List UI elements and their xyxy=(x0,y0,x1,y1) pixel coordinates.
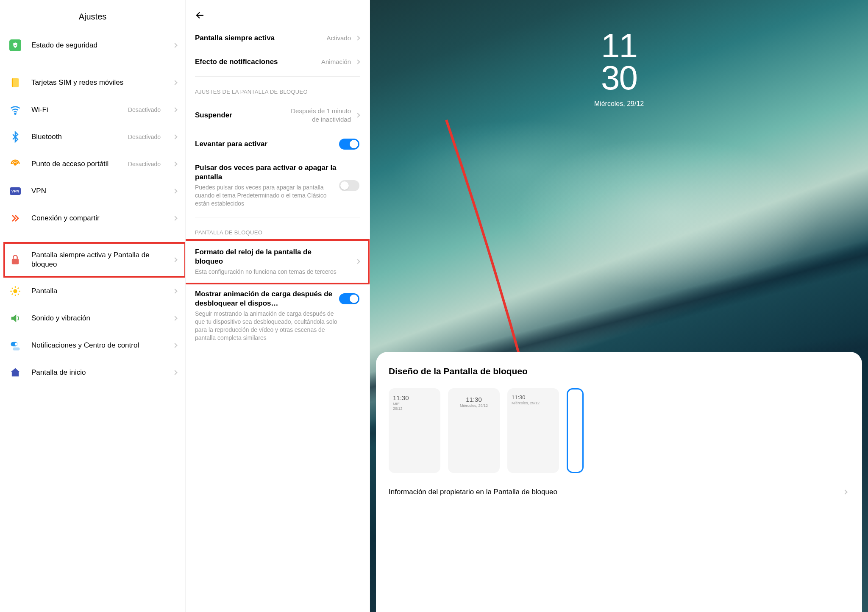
row-label: Punto de acceso portátil xyxy=(31,159,118,169)
chevron-right-icon xyxy=(172,189,177,193)
row-label: Estado de seguridad xyxy=(31,41,163,50)
row-bluetooth[interactable]: Bluetooth Desactivado xyxy=(0,123,185,150)
lockscreen-preview-panel: 11 30 Miércoles, 29/12 Diseño de la Pant… xyxy=(370,0,868,612)
clock-minutes: 30 xyxy=(370,62,868,94)
row-double-tap[interactable]: Pulsar dos veces para activar o apagar l… xyxy=(186,157,370,214)
row-notification-effect[interactable]: Efecto de notificaciones Animación xyxy=(186,50,370,74)
chevron-right-icon xyxy=(172,161,177,166)
layout-card-small[interactable]: 11:30 Miércoles, 29/12 xyxy=(507,388,559,473)
row-display[interactable]: Pantalla xyxy=(0,278,185,305)
speaker-icon xyxy=(9,312,21,324)
vpn-icon: VPN xyxy=(9,185,21,197)
divider xyxy=(195,217,360,217)
card-date: Miércoles, 29/12 xyxy=(512,401,555,405)
divider xyxy=(195,76,360,77)
row-hotspot[interactable]: Punto de acceso portátil Desactivado xyxy=(0,150,185,178)
sim-icon xyxy=(9,77,21,89)
row-status: Desactivado xyxy=(128,106,161,113)
chevron-right-icon xyxy=(172,343,177,348)
row-home-screen[interactable]: Pantalla de inicio xyxy=(0,359,185,386)
row-title: Mostrar animación de carga después de de… xyxy=(195,289,359,308)
row-label: Pantalla de inicio xyxy=(31,368,163,377)
section-header-lockscreen-settings: AJUSTES DE LA PANTALLA DE BLOQUEO xyxy=(186,79,370,99)
chevron-right-icon xyxy=(172,316,177,321)
row-clock-format[interactable]: Formato del reloj de la pantalla de bloq… xyxy=(186,240,370,284)
svg-line-13 xyxy=(18,288,19,289)
lockscreen-settings-panel: Pantalla siempre activa Activado Efecto … xyxy=(186,0,370,612)
chevron-right-icon xyxy=(172,289,177,294)
svg-point-5 xyxy=(13,289,17,293)
home-icon xyxy=(9,367,21,378)
card-date: 29/12 xyxy=(393,406,436,411)
row-label: Información del propietario en la Pantal… xyxy=(389,487,838,497)
chevron-right-icon xyxy=(172,107,177,112)
card-date: Miércoles, 29/12 xyxy=(452,403,495,408)
card-time: 11:30 xyxy=(452,396,495,403)
svg-line-12 xyxy=(12,294,13,295)
row-sim-networks[interactable]: Tarjetas SIM y redes móviles xyxy=(0,69,185,96)
chevron-right-icon xyxy=(172,216,177,220)
svg-point-2 xyxy=(15,113,16,114)
clock-date: Miércoles, 29/12 xyxy=(370,100,868,108)
row-label: Tarjetas SIM y redes móviles xyxy=(31,78,163,87)
row-label: Wi-Fi xyxy=(31,105,118,114)
row-vpn[interactable]: VPN VPN xyxy=(0,178,185,205)
toggle-raise-to-wake[interactable] xyxy=(339,139,359,150)
row-suspend[interactable]: Suspender Después de 1 minuto de inactiv… xyxy=(186,99,370,131)
row-value: Después de 1 minuto de inactividad xyxy=(283,107,351,123)
chevron-right-icon xyxy=(355,36,360,40)
back-button[interactable] xyxy=(186,0,370,26)
row-connection-share[interactable]: Conexión y compartir xyxy=(0,205,185,232)
layout-card-centered[interactable]: 11:30 Miércoles, 29/12 xyxy=(448,388,500,473)
chevron-right-icon xyxy=(172,257,177,262)
row-label: Levantar para activar xyxy=(195,140,334,148)
row-subtitle: Esta configuración no funciona con temas… xyxy=(195,268,359,276)
settings-root-panel: Ajustes Estado de seguridad Tarjetas SIM… xyxy=(0,0,186,612)
sun-icon xyxy=(9,285,21,297)
row-security-status[interactable]: Estado de seguridad xyxy=(0,32,185,59)
row-wifi[interactable]: Wi-Fi Desactivado xyxy=(0,96,185,123)
card-time: 11:30 xyxy=(393,394,436,401)
chevron-right-icon xyxy=(355,59,360,64)
row-notifications-control[interactable]: Notificaciones y Centro de control xyxy=(0,332,185,359)
layout-card-left-aligned[interactable]: 11:30 MIE 29/12 xyxy=(389,388,440,473)
row-aod-lockscreen[interactable]: Pantalla siempre activa y Pantalla de bl… xyxy=(0,242,185,278)
svg-rect-1 xyxy=(13,78,19,87)
toggle-charging-animation[interactable] xyxy=(339,293,359,304)
row-label: Sonido y vibración xyxy=(31,314,163,323)
row-always-on-display[interactable]: Pantalla siempre activa Activado xyxy=(186,26,370,50)
row-charging-animation[interactable]: Mostrar animación de carga después de de… xyxy=(186,284,370,349)
row-label: VPN xyxy=(31,186,163,196)
row-label: Pantalla siempre activa y Pantalla de bl… xyxy=(31,250,163,269)
chevron-right-icon xyxy=(355,113,360,117)
section-header-lockscreen: PANTALLA DE BLOQUEO xyxy=(186,220,370,240)
hotspot-icon xyxy=(9,158,21,170)
bluetooth-icon xyxy=(9,131,21,143)
row-label: Bluetooth xyxy=(31,132,118,142)
row-raise-to-wake[interactable]: Levantar para activar xyxy=(186,131,370,157)
svg-point-15 xyxy=(15,343,18,346)
row-label: Pantalla xyxy=(31,287,163,296)
card-time: 11:30 xyxy=(512,394,555,401)
layout-card-selected[interactable] xyxy=(567,388,584,473)
svg-rect-4 xyxy=(12,259,19,264)
row-title: Pulsar dos veces para activar o apagar l… xyxy=(195,163,359,182)
wifi-icon xyxy=(9,104,21,116)
bottom-sheet: Diseño de la Pantalla de bloqueo 11:30 M… xyxy=(376,352,862,612)
row-label: Conexión y compartir xyxy=(31,214,163,223)
page-title: Ajustes xyxy=(0,0,185,32)
row-title: Formato del reloj de la pantalla de bloq… xyxy=(195,248,359,266)
row-owner-info[interactable]: Información del propietario en la Pantal… xyxy=(389,487,849,497)
sheet-title: Diseño de la Pantalla de bloqueo xyxy=(389,366,849,376)
share-icon xyxy=(9,212,21,224)
toggle-double-tap[interactable] xyxy=(339,180,359,191)
row-sound-vibration[interactable]: Sonido y vibración xyxy=(0,305,185,332)
shield-icon xyxy=(9,39,21,51)
svg-line-10 xyxy=(12,288,13,289)
row-label: Suspender xyxy=(195,111,278,120)
row-label: Notificaciones y Centro de control xyxy=(31,341,163,350)
row-status: Desactivado xyxy=(128,134,161,140)
svg-point-3 xyxy=(14,163,17,165)
svg-line-11 xyxy=(18,294,19,295)
row-subtitle: Puedes pulsar dos veces para apagar la p… xyxy=(195,184,359,208)
